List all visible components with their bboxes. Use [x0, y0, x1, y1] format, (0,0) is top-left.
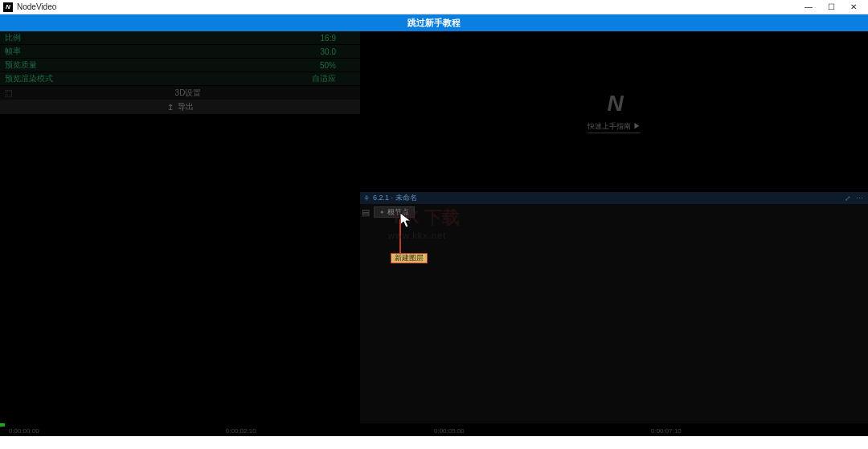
- maximize-button[interactable]: ☐: [820, 2, 842, 11]
- prop-value: 自适应: [312, 73, 336, 84]
- panel-expand-button[interactable]: ⤢: [842, 194, 854, 202]
- node-connector: [399, 219, 401, 257]
- app-title: NodeVideo: [17, 2, 56, 11]
- 3d-settings-row[interactable]: ⬚ 3D设置: [0, 86, 360, 100]
- 3d-settings-label: 3D设置: [16, 88, 360, 99]
- timeline-tick: 0:00:00:00: [9, 427, 39, 435]
- close-button[interactable]: ✕: [842, 2, 865, 11]
- node-graph-canvas[interactable]: ▤ 根节点 KK 下载 新建图层 www.kkx.net: [360, 204, 868, 436]
- prop-row-fps[interactable]: 帧率 30.0: [0, 45, 360, 59]
- minimize-button[interactable]: —: [797, 2, 820, 11]
- timeline-tick: 0:00:07:10: [651, 427, 682, 435]
- timeline[interactable]: 0:00:00:00 0:00:02:10 0:00:05:00 0:00:07…: [0, 423, 868, 436]
- cube-icon: ⬚: [0, 88, 16, 97]
- node-panel-header: ⚘ 6.2.1 · 未命名 ⤢ ⋯: [360, 192, 868, 204]
- preview-viewport: N 快速上手指南 ▶: [360, 31, 868, 192]
- upload-icon: ↥: [167, 103, 174, 112]
- skip-tutorial-banner[interactable]: 跳过新手教程: [0, 14, 868, 31]
- prop-label: 帧率: [5, 46, 321, 57]
- window-titlebar: N NodeVideo — ☐ ✕: [0, 0, 868, 14]
- prop-row-render-mode[interactable]: 预览渲染模式 自适应: [0, 72, 360, 86]
- export-label: 导出: [178, 101, 194, 112]
- prop-label: 预览渲染模式: [5, 73, 312, 84]
- timeline-tick: 0:00:05:00: [434, 427, 465, 435]
- quick-start-guide-link[interactable]: 快速上手指南 ▶: [588, 121, 641, 133]
- app-logo-icon: N: [3, 2, 13, 12]
- nv-logo-icon: N: [607, 91, 620, 116]
- right-side: N 快速上手指南 ▶ ⚘ 6.2.1 · 未命名 ⤢ ⋯ ▤ 根节点 KK 下载: [360, 31, 868, 436]
- banner-text: 跳过新手教程: [407, 17, 461, 29]
- prop-label: 预览质量: [5, 59, 320, 71]
- layers-icon[interactable]: ▤: [362, 207, 370, 218]
- main-area: 比例 16:9 帧率 30.0 预览质量 50% 预览渲染模式 自适应 ⬚ 3D…: [0, 31, 868, 436]
- prop-row-quality[interactable]: 预览质量 50%: [0, 59, 360, 72]
- new-layer-label: 新建图层: [395, 253, 424, 263]
- prop-value: 30.0: [321, 47, 336, 56]
- prop-value: 16:9: [321, 34, 336, 43]
- prop-label: 比例: [5, 32, 321, 43]
- timeline-ruler: 0:00:00:00 0:00:02:10 0:00:05:00 0:00:07…: [0, 427, 868, 436]
- export-button[interactable]: ↥ 导出: [0, 100, 360, 114]
- timeline-tick: 0:00:02:10: [226, 427, 256, 435]
- properties-panel: 比例 16:9 帧率 30.0 预览质量 50% 预览渲染模式 自适应 ⬚ 3D…: [0, 31, 360, 436]
- panel-menu-button[interactable]: ⋯: [854, 194, 865, 202]
- prop-value: 50%: [320, 61, 336, 70]
- watermark-url: www.kkx.net: [388, 231, 446, 240]
- graph-icon: ⚘: [363, 194, 370, 202]
- properties-list: 比例 16:9 帧率 30.0 预览质量 50% 预览渲染模式 自适应: [0, 31, 360, 86]
- node-panel-title: 6.2.1 · 未命名: [373, 193, 842, 203]
- new-layer-tooltip[interactable]: 新建图层: [391, 253, 428, 263]
- node-graph-panel: ⚘ 6.2.1 · 未命名 ⤢ ⋯ ▤ 根节点 KK 下载 新建图层: [360, 192, 868, 436]
- prop-row-ratio[interactable]: 比例 16:9: [0, 31, 360, 45]
